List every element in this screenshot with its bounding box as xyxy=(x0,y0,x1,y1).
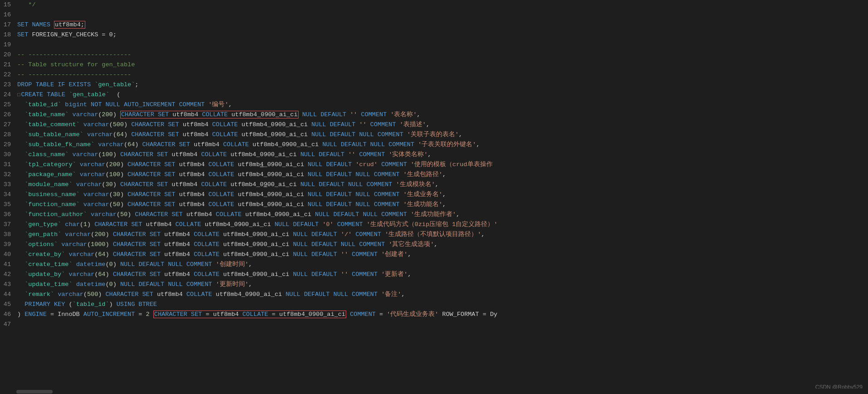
line-number: 24 xyxy=(0,90,17,100)
line-content: `table_name` varchar(200) CHARACTER SET … xyxy=(17,110,868,120)
line-number: 40 xyxy=(0,250,17,260)
code-line: 32 `package_name` varchar(100) CHARACTER… xyxy=(0,170,868,180)
code-line: 45 PRIMARY KEY (`table_id`) USING BTREE xyxy=(0,300,868,310)
line-number: 36 xyxy=(0,210,17,220)
line-number: 15 xyxy=(0,0,17,10)
code-line: 38 `gen_path` varchar(200) CHARACTER SET… xyxy=(0,230,868,240)
line-content: SET FOREIGN_KEY_CHECKS = 0; xyxy=(17,30,868,40)
code-line: 47 xyxy=(0,320,868,330)
line-content: `options` varchar(1000) CHARACTER SET ut… xyxy=(17,240,868,250)
line-number: 45 xyxy=(0,300,17,310)
line-number: 43 xyxy=(0,280,17,290)
code-line: 36 `function_author` varchar(50) CHARACT… xyxy=(0,210,868,220)
code-line: 18SET FOREIGN_KEY_CHECKS = 0; xyxy=(0,30,868,40)
line-number: 23 xyxy=(0,80,17,90)
line-content: `class_name` varchar(100) CHARACTER SET … xyxy=(17,150,868,160)
line-number: 42 xyxy=(0,270,17,280)
code-line: 33 `module_name` varchar(30) CHARACTER S… xyxy=(0,180,868,190)
line-content: `create_time` datetime(0) NULL DEFAULT N… xyxy=(17,260,868,270)
code-line: 24□CREATE TABLE `gen_table` ( xyxy=(0,90,868,100)
code-line: 20-- ---------------------------- xyxy=(0,50,868,60)
line-content: -- ---------------------------- xyxy=(17,50,868,60)
line-number: 30 xyxy=(0,150,17,160)
line-number: 22 xyxy=(0,70,17,80)
line-content: */ xyxy=(17,0,868,10)
line-content: -- Table structure for gen_table xyxy=(17,60,868,70)
code-line: 43 `update_time` datetime(0) NULL DEFAUL… xyxy=(0,280,868,290)
line-content: PRIMARY KEY (`table_id`) USING BTREE xyxy=(17,300,868,310)
line-number: 18 xyxy=(0,30,17,40)
line-number: 47 xyxy=(0,320,17,330)
line-content: `table_comment` varchar(500) CHARACTER S… xyxy=(17,120,868,130)
code-line: 37 `gen_type` char(1) CHARACTER SET utf8… xyxy=(0,220,868,230)
line-content xyxy=(17,10,868,20)
scrollbar-bottom[interactable] xyxy=(0,389,868,394)
code-line: 29 `sub_table_fk_name` varchar(64) CHARA… xyxy=(0,140,868,150)
code-line: 42 `update_by` varchar(64) CHARACTER SET… xyxy=(0,270,868,280)
line-content: `tpl_category` varchar(200) CHARACTER SE… xyxy=(17,160,868,170)
line-number: 31 xyxy=(0,160,17,170)
code-line: 19 xyxy=(0,40,868,50)
line-number: 26 xyxy=(0,110,17,120)
line-content: `function_author` varchar(50) CHARACTER … xyxy=(17,210,868,220)
line-number: 17 xyxy=(0,20,17,30)
code-line: 28 `sub_table_name` varchar(64) CHARACTE… xyxy=(0,130,868,140)
line-number: 16 xyxy=(0,10,17,20)
line-content: -- ---------------------------- xyxy=(17,70,868,80)
code-line: 27 `table_comment` varchar(500) CHARACTE… xyxy=(0,120,868,130)
line-content: `table_id` bigint NOT NULL AUTO_INCREMEN… xyxy=(17,100,868,110)
line-number: 33 xyxy=(0,180,17,190)
code-line: 17SET NAMES utf8mb4; xyxy=(0,20,868,30)
line-number: 28 xyxy=(0,130,17,140)
line-content: `sub_table_name` varchar(64) CHARACTER S… xyxy=(17,130,868,140)
code-line: 46) ENGINE = InnoDB AUTO_INCREMENT = 2 C… xyxy=(0,310,868,320)
line-content: SET NAMES utf8mb4; xyxy=(17,20,868,30)
line-number: 38 xyxy=(0,230,17,240)
line-content xyxy=(17,320,868,330)
code-line: 30 `class_name` varchar(100) CHARACTER S… xyxy=(0,150,868,160)
line-content: `gen_path` varchar(200) CHARACTER SET ut… xyxy=(17,230,868,240)
code-line: 15 */ xyxy=(0,0,868,10)
code-line: 40 `create_by` varchar(64) CHARACTER SET… xyxy=(0,250,868,260)
line-content: `package_name` varchar(100) CHARACTER SE… xyxy=(17,170,868,180)
line-number: 44 xyxy=(0,290,17,300)
line-content: ) ENGINE = InnoDB AUTO_INCREMENT = 2 CHA… xyxy=(17,310,868,320)
line-content: `function_name` varchar(50) CHARACTER SE… xyxy=(17,200,868,210)
code-line: 16 xyxy=(0,10,868,20)
line-number: 35 xyxy=(0,200,17,210)
line-content: `sub_table_fk_name` varchar(64) CHARACTE… xyxy=(17,140,868,150)
line-content: `update_time` datetime(0) NULL DEFAULT N… xyxy=(17,280,868,290)
line-content: `remark` varchar(500) CHARACTER SET utf8… xyxy=(17,290,868,300)
code-line: 41 `create_time` datetime(0) NULL DEFAUL… xyxy=(0,260,868,270)
line-content: `update_by` varchar(64) CHARACTER SET ut… xyxy=(17,270,868,280)
line-number: 39 xyxy=(0,240,17,250)
line-content: `create_by` varchar(64) CHARACTER SET ut… xyxy=(17,250,868,260)
line-number: 41 xyxy=(0,260,17,270)
line-content xyxy=(17,40,868,50)
line-number: 29 xyxy=(0,140,17,150)
scrollbar-thumb[interactable] xyxy=(16,390,53,394)
code-line: 34 `business_name` varchar(30) CHARACTER… xyxy=(0,190,868,200)
line-number: 34 xyxy=(0,190,17,200)
code-line: 21-- Table structure for gen_table xyxy=(0,60,868,70)
code-container: 15 */16 17SET NAMES utf8mb4;18SET FOREIG… xyxy=(0,0,868,394)
line-number: 20 xyxy=(0,50,17,60)
line-content: `business_name` varchar(30) CHARACTER SE… xyxy=(17,190,868,200)
line-number: 46 xyxy=(0,310,17,320)
code-line: 44 `remark` varchar(500) CHARACTER SET u… xyxy=(0,290,868,300)
code-line: 25 `table_id` bigint NOT NULL AUTO_INCRE… xyxy=(0,100,868,110)
line-content: □CREATE TABLE `gen_table` ( xyxy=(17,90,868,100)
code-line: 31 `tpl_category` varchar(200) CHARACTER… xyxy=(0,160,868,170)
line-number: 19 xyxy=(0,40,17,50)
line-content: `gen_type` char(1) CHARACTER SET utf8mb4… xyxy=(17,220,868,230)
code-line: 23DROP TABLE IF EXISTS `gen_table`; xyxy=(0,80,868,90)
line-number: 27 xyxy=(0,120,17,130)
line-number: 21 xyxy=(0,60,17,70)
line-number: 25 xyxy=(0,100,17,110)
line-number: 32 xyxy=(0,170,17,180)
code-line: 26 `table_name` varchar(200) CHARACTER S… xyxy=(0,110,868,120)
code-line: 22-- ---------------------------- xyxy=(0,70,868,80)
code-line: 35 `function_name` varchar(50) CHARACTER… xyxy=(0,200,868,210)
line-content: DROP TABLE IF EXISTS `gen_table`; xyxy=(17,80,868,90)
line-content: `module_name` varchar(30) CHARACTER SET … xyxy=(17,180,868,190)
